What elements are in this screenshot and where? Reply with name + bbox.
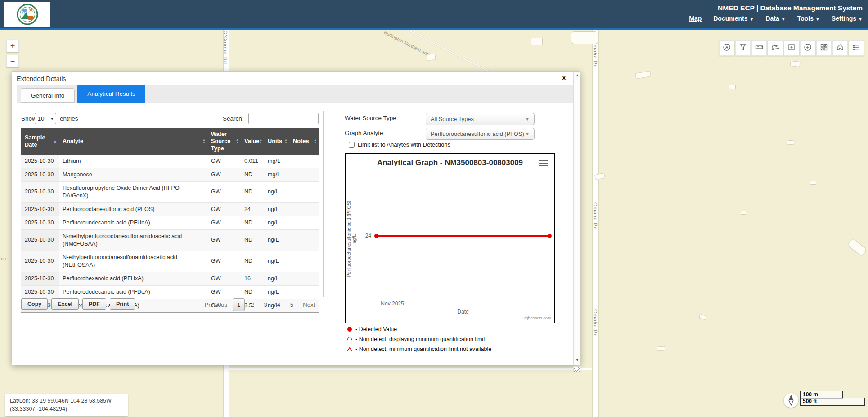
map-tool-select-extent-button[interactable] bbox=[784, 40, 799, 56]
modal-scrollbar[interactable]: ▲ ▼ bbox=[573, 72, 580, 365]
map-building bbox=[810, 181, 816, 185]
nav-documents[interactable]: Documents▼ bbox=[713, 15, 754, 22]
scroll-down-icon[interactable]: ▼ bbox=[574, 358, 581, 362]
results-table[interactable]: Sample Date▲Analyte▲▼Water Source Type▲▼… bbox=[21, 128, 319, 313]
sort-both-icon: ▲▼ bbox=[236, 139, 239, 144]
pagination-page-1[interactable]: 1 bbox=[233, 298, 245, 311]
scale-bar: 100 m 500 ft bbox=[800, 391, 865, 406]
table-row[interactable]: 2025-10-30Perfluorododecanoic acid (PFDo… bbox=[21, 285, 319, 299]
chart-menu-icon[interactable] bbox=[539, 160, 548, 168]
chart-credits[interactable]: Highcharts.com bbox=[522, 315, 551, 320]
table-cell: GW bbox=[207, 168, 241, 181]
compass[interactable] bbox=[784, 393, 798, 408]
latlon-line2: (33.33307 -104.48294) bbox=[10, 405, 123, 413]
tab-general-info[interactable]: General Info bbox=[21, 88, 75, 103]
table-cell: mg/L bbox=[264, 155, 289, 168]
search-input[interactable] bbox=[248, 113, 319, 124]
page-size-select[interactable]: 10 ▾ bbox=[35, 113, 56, 124]
table-cell bbox=[289, 229, 319, 251]
nav-settings[interactable]: Settings▼ bbox=[832, 15, 863, 22]
tab-analytical-results[interactable]: Analytical Results bbox=[77, 85, 145, 103]
table-row[interactable]: 2025-10-30Hexafluoropropylene Oxide Dime… bbox=[21, 181, 319, 202]
table-row[interactable]: 2025-10-30N-methylperfluorooctanesulfona… bbox=[21, 229, 319, 251]
excel-button[interactable]: Excel bbox=[51, 298, 79, 310]
column-header-water-source-type[interactable]: Water Source Type▲▼ bbox=[207, 128, 241, 155]
map-tool-measure-distance-button[interactable] bbox=[751, 40, 767, 56]
column-header-sample-date[interactable]: Sample Date▲ bbox=[21, 128, 59, 155]
table-row[interactable]: 2025-10-30Perfluorooctanesulfonic acid (… bbox=[21, 202, 319, 216]
table-cell: ND bbox=[241, 216, 264, 229]
table-header-row: Sample Date▲Analyte▲▼Water Source Type▲▼… bbox=[21, 128, 319, 155]
select-extent-icon bbox=[787, 43, 796, 53]
graph-legend-item: - Non detect, displaying minimum quantif… bbox=[347, 336, 491, 342]
map-tool-zoom-to-button[interactable] bbox=[800, 40, 815, 56]
column-header-analyte[interactable]: Analyte▲▼ bbox=[59, 128, 207, 155]
table-cell: 2025-10-30 bbox=[21, 216, 59, 229]
compass-needle-icon bbox=[787, 395, 795, 406]
modal-tabstrip: General InfoAnalytical Results bbox=[17, 85, 574, 103]
table-row[interactable]: 2025-10-30Perfluoroundecanoic acid (PFUn… bbox=[21, 216, 319, 229]
page-size-value: 10 bbox=[38, 115, 44, 122]
column-header-value[interactable]: Value▲▼ bbox=[241, 128, 264, 155]
close-icon[interactable]: X bbox=[562, 75, 566, 81]
table-row[interactable]: 2025-10-30LithiumGW0.011mg/L bbox=[21, 155, 319, 168]
chart-series-line[interactable] bbox=[376, 235, 549, 237]
sort-asc-icon: ▲ bbox=[53, 139, 57, 143]
map-tool-legend-list-button[interactable] bbox=[849, 40, 864, 56]
print-button[interactable]: Print bbox=[110, 298, 135, 310]
chart-x-tick-label: Nov 2025 bbox=[374, 300, 411, 307]
chevron-down-icon: ▼ bbox=[858, 17, 863, 22]
zoom-out-button[interactable]: − bbox=[6, 55, 19, 67]
pagination-previous[interactable]: Previous bbox=[201, 301, 231, 308]
open-triangle-icon bbox=[347, 347, 352, 351]
basemap-gallery-icon bbox=[820, 43, 828, 53]
column-header-units[interactable]: Units▲▼ bbox=[264, 128, 289, 155]
sort-both-icon: ▲▼ bbox=[314, 139, 317, 144]
column-header-notes[interactable]: Notes▲▼ bbox=[289, 128, 319, 155]
table-cell: 2025-10-30 bbox=[21, 202, 59, 216]
chart-y-axis-title: Perfluorooctanesulfonic acid (PFOS) ng/L bbox=[346, 198, 357, 279]
limit-detections-checkbox[interactable] bbox=[349, 142, 355, 148]
map-tool-measure-area-button[interactable] bbox=[768, 40, 783, 56]
table-cell: N-methylperfluorooctanesulfonamidoacetic… bbox=[59, 229, 207, 251]
table-cell: ND bbox=[241, 168, 264, 181]
table-cell: ng/L bbox=[264, 181, 289, 202]
map-tool-basemap-gallery-button[interactable] bbox=[816, 40, 832, 56]
nav-map[interactable]: Map bbox=[689, 15, 702, 22]
map-tool-filter-button[interactable] bbox=[735, 40, 751, 56]
pagination-page-3[interactable]: 3 bbox=[260, 299, 271, 311]
pagination-page-5[interactable]: 5 bbox=[286, 299, 297, 311]
table-cell bbox=[289, 168, 319, 181]
pagination-next[interactable]: Next bbox=[299, 301, 319, 308]
map-tool-home-button[interactable] bbox=[832, 40, 848, 56]
limit-detections-row: Limit list to Analytes with Detections bbox=[349, 141, 450, 148]
table-row[interactable]: 2025-10-30N-ethylperfluorooctanesulfonam… bbox=[21, 251, 319, 272]
table-cell: GW bbox=[207, 202, 241, 216]
chart-marker-end[interactable] bbox=[548, 234, 552, 238]
table-row[interactable]: 2025-10-30ManganeseGWNDmg/L bbox=[21, 168, 319, 181]
app-header: NMED ECP | Database Management System Ma… bbox=[0, 0, 868, 28]
table-cell: 2025-10-30 bbox=[21, 251, 59, 272]
table-cell: GW bbox=[207, 216, 241, 229]
table-cell: 2025-10-30 bbox=[21, 155, 59, 168]
nav-tools[interactable]: Tools▼ bbox=[797, 15, 820, 22]
map-building bbox=[426, 54, 436, 61]
pagination-page-4[interactable]: 4 bbox=[273, 299, 284, 311]
chart-marker-start[interactable] bbox=[374, 234, 378, 238]
copy-button[interactable]: Copy bbox=[21, 298, 48, 310]
table-row[interactable]: 2025-10-30Perfluorohexanoic acid (PFHxA)… bbox=[21, 272, 319, 285]
graph-analyte-value: Perfluorooctanesulfonic acid (PFOS) bbox=[431, 130, 524, 137]
map-tool-locate-button[interactable]: A bbox=[719, 40, 734, 56]
pagination-page-2[interactable]: 2 bbox=[247, 299, 258, 311]
map-label-fragment: nn bbox=[1, 256, 6, 261]
graph-analyte-select[interactable]: Perfluorooctanesulfonic acid (PFOS) ▼ bbox=[426, 128, 535, 140]
zoom-in-button[interactable]: + bbox=[6, 40, 19, 52]
road-horizontal bbox=[225, 368, 592, 370]
scroll-up-icon[interactable]: ▲ bbox=[574, 73, 581, 77]
table-cell: 0.011 bbox=[241, 155, 264, 168]
pdf-button[interactable]: PDF bbox=[82, 298, 106, 310]
graph-legend: - Detected Value- Non detect, displaying… bbox=[347, 326, 491, 356]
resize-grip[interactable] bbox=[573, 366, 580, 372]
nav-data[interactable]: Data▼ bbox=[765, 15, 785, 22]
water-source-select[interactable]: All Source Types ▼ bbox=[426, 113, 535, 125]
